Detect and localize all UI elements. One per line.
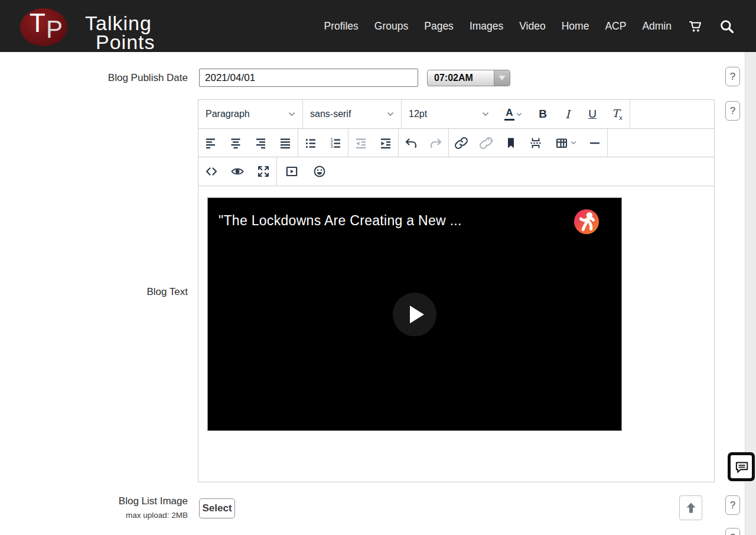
redo-button[interactable] (423, 129, 448, 157)
font-size-select[interactable]: 12pt (402, 100, 496, 128)
publish-date-input[interactable] (199, 69, 418, 87)
unlink-icon (479, 136, 493, 150)
indent-button[interactable] (373, 129, 398, 157)
nav-acp[interactable]: ACP (605, 20, 626, 33)
redo-icon (429, 136, 443, 150)
editor-toolbar-row-2: 1 2 3 (198, 129, 714, 157)
preview-eye-icon (230, 164, 245, 179)
main-nav: Profiles Groups Pages Images Video Home … (324, 0, 735, 52)
chevron-down-icon (288, 112, 295, 116)
nav-images[interactable]: Images (470, 20, 503, 33)
rich-text-editor: Paragraph sans-serif 12pt A B (198, 99, 715, 482)
editor-content-area[interactable]: "The Lockdowns Are Creating a New ... (198, 186, 714, 481)
numbered-list-button[interactable]: 1 2 3 (323, 129, 348, 157)
page-break-button[interactable] (523, 129, 548, 157)
underline-button[interactable]: U (580, 100, 605, 128)
embedded-video[interactable]: "The Lockdowns Are Creating a New ... (207, 197, 622, 431)
nav-pages[interactable]: Pages (424, 20, 454, 33)
undo-button[interactable] (399, 129, 423, 157)
editor-toolbar-row-3 (198, 157, 714, 186)
numbered-list-icon: 1 2 3 (328, 136, 343, 150)
align-right-icon (253, 136, 268, 150)
insert-link-button[interactable] (449, 129, 474, 157)
chevron-down-icon (482, 112, 489, 116)
page: T P Talking Points Profiles Groups Pages… (0, 0, 756, 535)
logo-letter-t: T (30, 8, 45, 38)
chevron-down-icon (571, 141, 576, 145)
blog-list-image-label: Blog List Image (0, 495, 188, 507)
editor-toolbar-row-1: Paragraph sans-serif 12pt A B (198, 100, 714, 129)
chevron-down-icon (516, 112, 522, 116)
table-button[interactable] (548, 129, 582, 157)
select-image-button[interactable]: Select (199, 498, 235, 518)
emoticons-button[interactable] (307, 157, 333, 186)
odysee-icon[interactable] (573, 208, 600, 235)
header: T P Talking Points Profiles Groups Pages… (0, 0, 756, 52)
horizontal-rule-icon (588, 136, 602, 150)
italic-button[interactable]: I (555, 100, 580, 128)
align-left-button[interactable] (198, 129, 223, 157)
align-right-button[interactable] (248, 129, 273, 157)
media-icon (285, 164, 299, 179)
link-icon (454, 136, 468, 150)
nav-profiles[interactable]: Profiles (324, 20, 359, 33)
nav-groups[interactable]: Groups (374, 20, 408, 33)
source-code-button[interactable] (198, 157, 224, 186)
font-family-select[interactable]: sans-serif (303, 100, 401, 128)
anchor-button[interactable] (498, 129, 523, 157)
logo-letter-p: P (46, 15, 63, 44)
blog-publish-date-label: Blog Publish Date (0, 72, 188, 84)
insert-media-button[interactable] (277, 157, 307, 186)
text-color-button[interactable]: A (496, 100, 530, 128)
svg-text:3: 3 (330, 144, 333, 149)
align-left-icon (204, 136, 218, 150)
blog-text-label: Blog Text (0, 286, 188, 298)
logo-text-points: Points (96, 31, 155, 54)
bullet-list-button[interactable] (298, 129, 323, 157)
nav-home[interactable]: Home (562, 20, 589, 33)
max-upload-hint: max upload: 2MB (0, 511, 188, 520)
emoticons-icon (312, 164, 327, 179)
publish-time-value: 07:02AM (434, 73, 473, 83)
fullscreen-icon (256, 164, 271, 179)
upload-arrow-icon (684, 501, 698, 515)
remove-link-button[interactable] (474, 129, 498, 157)
fullscreen-button[interactable] (250, 157, 276, 186)
help-button-publish-date[interactable]: ? (725, 67, 740, 86)
outdent-icon (354, 136, 368, 150)
chat-widget-button[interactable] (728, 452, 755, 481)
nav-admin[interactable]: Admin (642, 20, 672, 33)
chevron-down-icon (387, 112, 394, 116)
preview-button[interactable] (224, 157, 250, 186)
paragraph-format-select[interactable]: Paragraph (198, 100, 302, 128)
dropdown-arrow-icon[interactable] (494, 70, 510, 86)
help-button-blog-list-image[interactable]: ? (725, 495, 740, 515)
table-icon (555, 136, 569, 150)
indent-icon (379, 136, 393, 150)
search-icon[interactable] (719, 18, 735, 34)
clear-formatting-icon: Tx (612, 107, 623, 121)
undo-icon (404, 136, 418, 150)
outdent-button[interactable] (348, 129, 373, 157)
align-justify-icon (278, 136, 292, 150)
play-button[interactable] (393, 293, 436, 336)
bold-button[interactable]: B (530, 100, 555, 128)
site-logo[interactable]: T P Talking Points (20, 7, 197, 50)
align-center-icon (229, 136, 243, 150)
text-color-icon: A (504, 108, 514, 121)
anchor-icon (504, 136, 518, 150)
cart-icon[interactable] (687, 18, 703, 34)
bullet-list-icon (304, 136, 318, 150)
horizontal-rule-button[interactable] (582, 129, 607, 157)
upload-button[interactable] (679, 495, 702, 520)
video-title: "The Lockdowns Are Creating a New ... (219, 213, 462, 229)
chat-bubble-icon (731, 455, 752, 478)
clear-formatting-button[interactable]: Tx (605, 100, 630, 128)
source-code-icon (204, 164, 219, 179)
align-justify-button[interactable] (273, 129, 298, 157)
align-center-button[interactable] (223, 129, 248, 157)
nav-video[interactable]: Video (519, 20, 545, 33)
publish-time-select[interactable]: 07:02AM (427, 70, 510, 86)
help-button-blog-text[interactable]: ? (725, 101, 740, 121)
help-button-partial[interactable]: ? (725, 528, 740, 535)
